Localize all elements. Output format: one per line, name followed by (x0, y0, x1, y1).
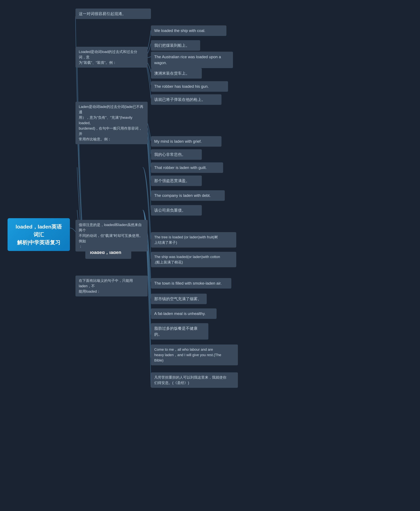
branch1-leaf5-text: The robber has loaded his gun. (154, 84, 209, 89)
branch2-leaf4: 那个强盗恶贯满盈。 (151, 175, 202, 186)
branch2-leaf3-text: That robber is laden with guilt. (154, 165, 207, 170)
root-node: loaded，laden英语词汇 解析|中学英语复习 (8, 218, 70, 251)
branch1-leaf2: 我们把煤装到船上。 (151, 40, 200, 51)
branch4-leaf5: Come to me，all who labour and are heavy … (151, 345, 238, 365)
branch4-leaf3: A fat-laden meal is unhealthy. (151, 308, 217, 319)
root-label-line1: loaded，laden英语词汇 (15, 224, 62, 238)
branch2-leaf2-text: 我的心非常悲伤。 (154, 152, 186, 157)
branch4-leaf4: 脂肪过多的饭餐是不健康的。 (151, 323, 208, 339)
top-note-label: 这一对词很容易引起混淆。 (79, 11, 126, 16)
branch3-leaf2: The ship was loaded(or laden)with cotton… (151, 252, 236, 267)
top-note: 这一对词很容易引起混淆。 (75, 8, 151, 19)
branch1-leaf4: 澳洲米装在货车上。 (151, 68, 202, 79)
branch1-label: Loaded是动词load的过去式和过去分词，意 为"装载"、"装填"。例： (79, 50, 137, 65)
branch1-leaf3: The Australian rice was loaded upon a wa… (151, 52, 233, 68)
branch2-leaf5-text: The company is laden with debt. (154, 193, 211, 198)
branch1-leaf6: 该就已将子弹装在他的枪上。 (151, 94, 221, 105)
branch2-leaf5: The company is laden with debt. (151, 190, 225, 201)
branch4-leaf5-text: Come to me，all who labour and are heavy … (154, 347, 221, 362)
branch3-node: 值得注意的是，loaded和laden虽然来自两个 不同的动词，但"载满"时却可… (75, 220, 148, 251)
branch4-label: 在下面有比喻义的句子中，只能用laden，不 能用loaded： (79, 278, 133, 293)
branch1-node: Loaded是动词load的过去式和过去分词，意 为"装载"、"装填"。例： (75, 47, 148, 68)
branch1-leaf4-text: 澳洲米装在货车上。 (154, 71, 190, 75)
branch3-leaf1: The tree is loaded (or laden)with fruit(… (151, 232, 236, 248)
branch3-label: 值得注意的是，loaded和laden虽然来自两个 不同的动词，但"载满"时却可… (79, 223, 143, 248)
branch3-leaf1-text: The tree is loaded (or laden)with fruit(… (154, 235, 218, 245)
branch1-leaf2-text: 我们把煤装到船上。 (154, 43, 190, 48)
branch1-leaf6-text: 该就已将子弹装在他的枪上。 (154, 97, 205, 102)
branch2-leaf1-text: My mind is laden with grief. (154, 139, 202, 143)
mind-map-container: loaded，laden英语词汇 解析|中学英语复习 loaded，laden … (0, 0, 420, 511)
branch4-leaf2: 那市镇的空气充满了烟雾。 (151, 294, 207, 304)
branch2-leaf2: 我的心非常悲伤。 (151, 149, 202, 160)
branch2-label: Laden是动词lade的过去分词(lade已不再通 用），意为"负有"、"充满… (79, 105, 143, 141)
branch1-leaf5: The robber has loaded his gun. (151, 81, 228, 92)
branch1-leaf1: We loaded the ship with coal. (151, 25, 226, 36)
branch2-leaf6-text: 该公司肩负重债。 (154, 208, 186, 212)
branch2-leaf3: That robber is laden with guilt. (151, 162, 223, 173)
branch4-leaf2-text: 那市镇的空气充满了烟雾。 (154, 297, 202, 301)
branch2-leaf4-text: 那个强盗恶贯满盈。 (154, 179, 190, 183)
branch4-node: 在下面有比喻义的句子中，只能用laden，不 能用loaded： (75, 276, 148, 296)
branch1-leaf1-text: We loaded the ship with coal. (154, 28, 205, 33)
branch1-leaf3-text: The Australian rice was loaded upon a wa… (154, 55, 221, 65)
branch2-node: Laden是动词lade的过去分词(lade已不再通 用），意为"负有"、"充满… (75, 102, 148, 144)
root-label-line2: 解析|中学英语复习 (17, 240, 60, 245)
branch2-leaf6: 该公司肩负重债。 (151, 205, 202, 216)
branch4-leaf3-text: A fat-laden meal is unhealthy. (154, 311, 206, 316)
branch4-leaf1-text: The town is filled with smoke-laden air. (154, 281, 222, 286)
branch4-leaf4-text: 脂肪过多的饭餐是不健康的。 (154, 326, 197, 337)
branch4-leaf1: The town is filled with smoke-laden air. (151, 278, 231, 289)
branch4-leaf6-text: 凡劳苦担重担的人可以到我这里来，我就使你 们得安息。(《圣经》) (154, 375, 226, 385)
branch2-leaf1: My mind is laden with grief. (151, 136, 221, 147)
branch3-leaf2-text: The ship was loaded(or laden)with cotton… (154, 255, 220, 264)
branch4-leaf6: 凡劳苦担重担的人可以到我这里来，我就使你 们得安息。(《圣经》) (151, 372, 238, 388)
